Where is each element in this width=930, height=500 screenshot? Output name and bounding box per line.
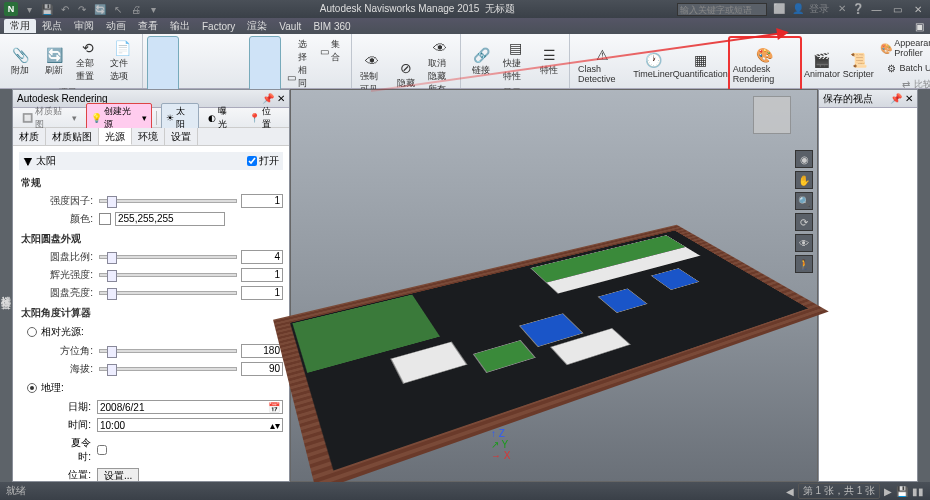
- batch-utility-button[interactable]: ⚙Batch Utility: [876, 60, 930, 76]
- file-options-button[interactable]: 📄文件选项: [106, 36, 138, 86]
- relative-radio[interactable]: [27, 327, 37, 337]
- tab-animation[interactable]: 动画: [100, 19, 132, 33]
- time-label: 时间:: [59, 418, 91, 432]
- material-mapping-button[interactable]: 🔲 材质贴图 ▾: [17, 103, 82, 133]
- left-rail[interactable]: 选择树 集合: [0, 89, 12, 482]
- spinner-icon[interactable]: ▴▾: [270, 420, 280, 431]
- color-swatch[interactable]: [99, 213, 111, 225]
- links-button[interactable]: 🔗链接: [465, 36, 497, 86]
- append-button[interactable]: 📎附加: [4, 36, 36, 86]
- status-memory-icon[interactable]: ▮▮: [912, 486, 924, 497]
- tab-output[interactable]: 输出: [164, 19, 196, 33]
- same-icon: ▭: [287, 71, 296, 83]
- glow-slider[interactable]: [99, 273, 237, 277]
- properties-button[interactable]: ☰特性: [533, 36, 565, 86]
- nav-pan-icon[interactable]: ✋: [795, 171, 813, 189]
- section-sun[interactable]: ⯆ 太阳 打开: [19, 152, 283, 170]
- tab-environment[interactable]: 环境: [132, 128, 165, 145]
- qa-open-icon[interactable]: ▾: [22, 2, 36, 16]
- altitude-slider[interactable]: [99, 367, 237, 371]
- tab-factory[interactable]: Factory: [196, 21, 241, 32]
- status-disk-icon[interactable]: 💾: [896, 486, 908, 497]
- ribbon-collapse-icon[interactable]: ▣: [909, 21, 930, 32]
- sets-button[interactable]: ▭集合: [316, 36, 347, 66]
- sign-in[interactable]: 👤 登录: [792, 2, 831, 16]
- color-input[interactable]: 255,255,255: [115, 212, 225, 226]
- tab-lighting[interactable]: 光源: [99, 128, 132, 145]
- nav-walk-icon[interactable]: 🚶: [795, 255, 813, 273]
- relative-label: 相对光源:: [41, 325, 84, 339]
- azimuth-label: 方位角:: [33, 344, 93, 358]
- nav-orbit-icon[interactable]: ⟳: [795, 213, 813, 231]
- position-button[interactable]: 设置...: [97, 468, 139, 481]
- panel-close-icon[interactable]: 📌 ✕: [890, 93, 913, 104]
- subhead-disk: 太阳圆盘外观: [19, 228, 283, 248]
- quick-access-toolbar: ▾ 💾 ↶ ↷ 🔄 ↖ 🖨 ▾: [22, 2, 161, 16]
- qa-redo-icon[interactable]: ↷: [75, 2, 89, 16]
- disk-bright-slider[interactable]: [99, 291, 237, 295]
- nav-zoom-icon[interactable]: 🔍: [795, 192, 813, 210]
- title-right: ⬜ 👤 登录 ✕ ❔: [771, 2, 866, 16]
- help-search[interactable]: 输入关键字或短语: [677, 3, 767, 16]
- minimize-icon[interactable]: —: [868, 4, 884, 15]
- glow-input[interactable]: 1: [241, 268, 283, 282]
- panel-body[interactable]: ⯆ 太阳 打开 常规 强度因子:1 颜色:255,255,255 太阳圆盘外观 …: [13, 146, 289, 481]
- maximize-icon[interactable]: ▭: [889, 4, 905, 15]
- saved-viewpoints-body[interactable]: [819, 108, 917, 481]
- date-input[interactable]: 2008/6/21📅: [97, 400, 283, 414]
- tab-render[interactable]: 渲染: [241, 19, 273, 33]
- ribbon-group-tools: ⚠Clash Detective 🕐TimeLiner ▦Quantificat…: [570, 34, 930, 88]
- saved-viewpoints-title[interactable]: 保存的视点📌 ✕: [819, 90, 917, 108]
- collapse-icon[interactable]: ⯆: [23, 156, 33, 167]
- tab-bim360[interactable]: BIM 360: [307, 21, 356, 32]
- sheet-prev-icon[interactable]: ◀: [786, 486, 794, 497]
- intensity-input[interactable]: 1: [241, 194, 283, 208]
- disk-scale-slider[interactable]: [99, 255, 237, 259]
- scripter-button[interactable]: 📜Scripter: [842, 36, 874, 93]
- azimuth-input[interactable]: 180: [241, 344, 283, 358]
- viewport[interactable]: ↑ Z↗ Y→ X ◉ ✋ 🔍 ⟳ 👁 🚶: [290, 89, 818, 482]
- disk-bright-input[interactable]: 1: [241, 286, 283, 300]
- qa-print-icon[interactable]: 🖨: [129, 2, 143, 16]
- ribbon-group-select: ↖选择 💾保存选择 ▭全选 🌲选择树 ▭选择相同对象 🔍查找项目 Q快速查找 ▭…: [143, 34, 352, 88]
- timeliner-button[interactable]: 🕐TimeLiner: [633, 36, 672, 93]
- right-rail[interactable]: [918, 89, 930, 482]
- clash-detective-button[interactable]: ⚠Clash Detective: [574, 36, 631, 93]
- dst-checkbox[interactable]: [97, 445, 107, 455]
- tab-home[interactable]: 常用: [4, 19, 36, 33]
- tab-view[interactable]: 查看: [132, 19, 164, 33]
- tab-viewpoint[interactable]: 视点: [36, 19, 68, 33]
- autodesk-rendering-button[interactable]: 🎨Autodesk Rendering: [728, 36, 802, 93]
- help-icon[interactable]: ❔: [852, 3, 864, 14]
- sheet-next-icon[interactable]: ▶: [884, 486, 892, 497]
- exchange-icon[interactable]: ✕: [838, 3, 846, 14]
- tab-vault[interactable]: Vault: [273, 21, 307, 32]
- disk-scale-input[interactable]: 4: [241, 250, 283, 264]
- qa-more-icon[interactable]: ▾: [146, 2, 160, 16]
- tab-settings[interactable]: 设置: [165, 128, 198, 145]
- refresh-button[interactable]: 🔄刷新: [38, 36, 70, 86]
- qa-refresh-icon[interactable]: 🔄: [93, 2, 107, 16]
- time-input[interactable]: 10:00▴▾: [97, 418, 283, 432]
- view-cube[interactable]: [753, 96, 791, 134]
- infocenter-icon[interactable]: ⬜: [773, 3, 785, 14]
- intensity-slider[interactable]: [99, 199, 237, 203]
- close-icon[interactable]: ✕: [910, 4, 926, 15]
- qa-save-icon[interactable]: 💾: [40, 2, 54, 16]
- geographic-radio[interactable]: [27, 383, 37, 393]
- sheet-pager[interactable]: 第 1 张，共 1 张: [798, 483, 880, 499]
- calendar-icon[interactable]: 📅: [268, 402, 280, 413]
- quick-props-button[interactable]: ▤快捷特性: [499, 36, 531, 86]
- altitude-input[interactable]: 90: [241, 362, 283, 376]
- qa-select-icon[interactable]: ↖: [111, 2, 125, 16]
- tab-review[interactable]: 审阅: [68, 19, 100, 33]
- azimuth-slider[interactable]: [99, 349, 237, 353]
- appearance-profiler-button[interactable]: 🎨Appearance Profiler: [876, 36, 930, 60]
- animator-button[interactable]: 🎬Animator: [804, 36, 840, 93]
- qa-undo-icon[interactable]: ↶: [58, 2, 72, 16]
- animator-icon: 🎬: [813, 51, 831, 69]
- sun-enable-checkbox[interactable]: [247, 156, 257, 166]
- nav-wheel-icon[interactable]: ◉: [795, 150, 813, 168]
- reset-all-button[interactable]: ⟲全部重置: [72, 36, 104, 86]
- nav-look-icon[interactable]: 👁: [795, 234, 813, 252]
